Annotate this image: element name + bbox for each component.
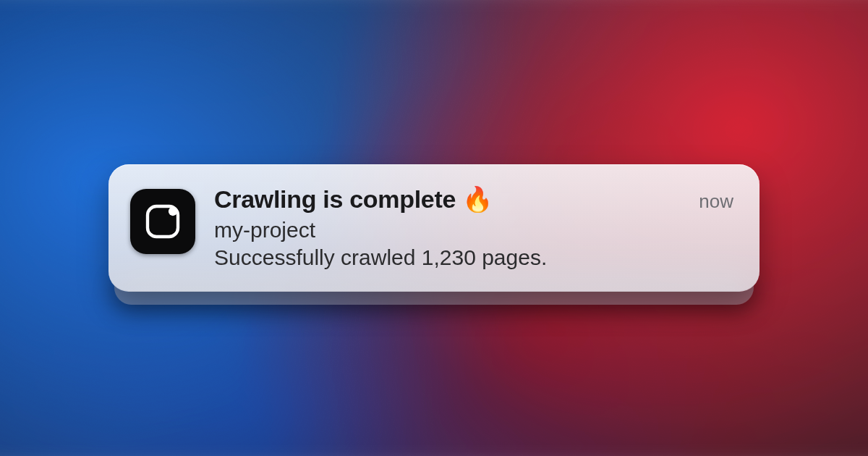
notification-body: Successfully crawled 1,230 pages. bbox=[214, 245, 733, 270]
notification-content: Crawling is complete 🔥 now my-project Su… bbox=[214, 185, 733, 270]
app-brand-icon bbox=[142, 201, 183, 242]
notification-timestamp: now bbox=[699, 190, 733, 213]
notification-card[interactable]: Crawling is complete 🔥 now my-project Su… bbox=[109, 164, 760, 292]
fire-icon: 🔥 bbox=[462, 185, 493, 213]
notification-subtitle: my-project bbox=[214, 218, 733, 242]
notification-header-row: Crawling is complete 🔥 now bbox=[214, 185, 733, 214]
notification-stack: Crawling is complete 🔥 now my-project Su… bbox=[109, 164, 760, 292]
notification-title-text: Crawling is complete bbox=[214, 185, 456, 213]
svg-point-1 bbox=[169, 207, 177, 216]
notification-title: Crawling is complete 🔥 bbox=[214, 185, 493, 214]
app-icon bbox=[130, 189, 195, 254]
